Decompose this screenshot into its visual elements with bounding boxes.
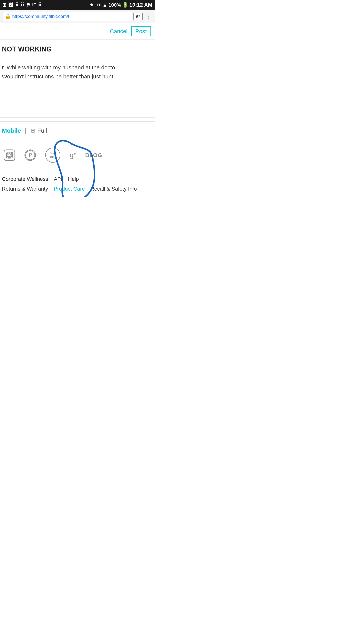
- post-button[interactable]: Post: [131, 26, 151, 36]
- action-bar: Cancel Post: [0, 23, 154, 40]
- post-title: NOT WORKING: [0, 45, 151, 53]
- blog-link[interactable]: BLOG: [85, 152, 102, 158]
- url-bar[interactable]: 🔒 https://community.fitbit.com/t: [2, 12, 132, 21]
- url-text: https://community.fitbit.com/t: [12, 14, 69, 19]
- status-bar-left: ⊞ 🖼 ⠿ ⠿ ⚑ IF ⠿: [2, 2, 42, 8]
- help-link[interactable]: Help: [68, 176, 79, 182]
- post-title-section: NOT WORKING: [0, 40, 154, 57]
- googleplus-text: g+: [70, 151, 76, 159]
- youtube-you-text: You: [49, 152, 57, 155]
- browser-menu-button[interactable]: ⋮: [144, 13, 152, 20]
- monitor-icon: 🖥: [30, 128, 36, 134]
- image-icon: 🖼: [8, 2, 13, 8]
- add-icon: ⊞: [2, 2, 6, 8]
- svg-rect-0: [6, 152, 12, 158]
- browser-bar: 🔒 https://community.fitbit.com/t 97 ⋮: [0, 10, 154, 23]
- footer-row-1: Corporate Wellness API Help: [2, 174, 153, 184]
- footer-row-2: Returns & Warranty Product Care Recall &…: [2, 184, 153, 194]
- social-section: P You Tube g+ BLOG: [0, 140, 154, 170]
- lock-icon: 🔒: [5, 14, 11, 19]
- tab-count-badge[interactable]: 97: [134, 13, 142, 20]
- returns-warranty-link[interactable]: Returns & Warranty: [2, 186, 48, 192]
- svg-point-1: [8, 154, 11, 157]
- corporate-wellness-link[interactable]: Corporate Wellness: [2, 176, 48, 182]
- pinterest-icon[interactable]: P: [24, 150, 36, 161]
- recall-safety-link[interactable]: Recall & Safety Info: [90, 186, 137, 192]
- status-bar-right: ★ LTE ▲ 100% 🔋 10:12 AM: [90, 2, 152, 8]
- mobile-view-button[interactable]: Mobile: [2, 127, 21, 134]
- battery-icon: 🔋: [122, 2, 128, 8]
- grid-icon-1: ⠿: [15, 2, 19, 8]
- full-view-button[interactable]: 🖥 Full: [30, 127, 47, 134]
- svg-point-2: [11, 153, 12, 154]
- if-icon: IF: [32, 2, 36, 7]
- view-toggle: Mobile | 🖥 Full: [0, 122, 154, 140]
- blog-text: BLOG: [85, 152, 102, 158]
- dots-icon: ⠿: [38, 2, 42, 8]
- main-content: Cancel Post NOT WORKING r. While waiting…: [0, 23, 154, 400]
- clock: 10:12 AM: [129, 2, 152, 8]
- post-body-text: r. While waiting with my husband at the …: [2, 63, 153, 81]
- youtube-tube-text: Tube: [49, 155, 57, 158]
- bluetooth-icon: ★: [90, 2, 94, 7]
- status-bar: ⊞ 🖼 ⠿ ⠿ ⚑ IF ⠿ ★ LTE ▲ 100% 🔋 10:12 AM: [0, 0, 154, 10]
- post-body-section[interactable]: r. While waiting with my husband at the …: [0, 57, 154, 95]
- svg-text:P: P: [28, 152, 32, 158]
- cancel-button[interactable]: Cancel: [110, 28, 128, 34]
- signal-bars-icon: ▲: [102, 2, 108, 8]
- youtube-icon[interactable]: You Tube: [45, 148, 60, 163]
- instagram-icon[interactable]: [4, 150, 15, 161]
- lte-icon: LTE: [95, 3, 102, 7]
- googleplus-icon[interactable]: g+: [70, 151, 76, 159]
- grid-icon-2: ⠿: [20, 2, 24, 8]
- footer-links: Corporate Wellness API Help Returns & Wa…: [0, 170, 154, 198]
- social-icons-row: P You Tube g+ BLOG: [0, 140, 154, 170]
- flag-icon: ⚑: [26, 2, 30, 8]
- view-separator: |: [25, 127, 26, 134]
- battery-percent: 100%: [108, 2, 121, 8]
- spacer-section: [0, 95, 154, 118]
- full-view-label: Full: [37, 127, 47, 134]
- product-care-link[interactable]: Product Care: [54, 186, 85, 192]
- api-link[interactable]: API: [54, 176, 62, 182]
